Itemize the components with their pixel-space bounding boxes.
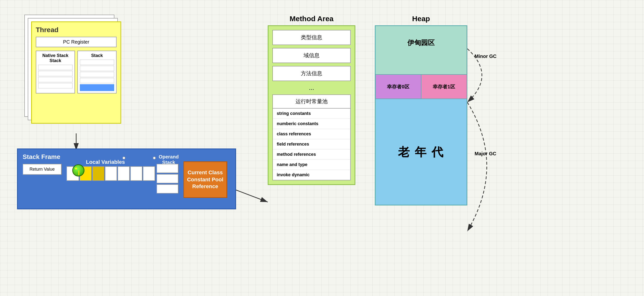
survivor-0: 幸存者0区	[376, 75, 421, 98]
method-area-section: Method Area 类型信息 域信息 方法信息 ... 运行时常量池 str…	[268, 14, 355, 185]
rp-item-0: string constants	[273, 108, 350, 119]
runtime-pool-box: 运行时常量池 string constants numberic constan…	[272, 94, 351, 180]
survivor-row: 幸存者0区 幸存者1区	[376, 75, 466, 99]
stack-frame: Stack Frame Return Value Local Variables…	[17, 148, 236, 209]
native-stack-box: Native StackStack	[36, 51, 75, 94]
survivor-1: 幸存者1区	[421, 75, 466, 98]
runtime-pool-title: 运行时常量池	[273, 95, 350, 108]
minor-gc-label: Minor GC	[474, 54, 496, 59]
field-info: 域信息	[272, 48, 351, 63]
type-info: 类型信息	[272, 30, 351, 45]
rp-item-5: name and type	[273, 160, 350, 170]
method-area-title: Method Area	[268, 14, 355, 23]
eden-area: 伊甸园区	[376, 26, 466, 75]
stack-box: Stack	[78, 51, 116, 94]
ccpr-box: Current Class Constant Pool Reference	[183, 162, 227, 198]
ma-dots: ...	[272, 84, 351, 92]
stack-frame-title: Stack Frame	[23, 153, 60, 161]
local-vars-label: Local Variables	[86, 159, 125, 165]
heap-section: Heap 伊甸园区 幸存者0区 幸存者1区 老 年 代	[375, 14, 467, 206]
rp-item-1: numberic constants	[273, 119, 350, 129]
heap-title: Heap	[375, 14, 467, 23]
thread-title: Thread	[36, 26, 116, 34]
major-gc-label: Major GC	[474, 151, 496, 156]
rp-item-2: class references	[273, 129, 350, 139]
method-area-box: 类型信息 域信息 方法信息 ... 运行时常量池 string constant…	[268, 25, 355, 185]
pc-register: PC Register	[36, 37, 116, 47]
thread-box: Thread PC Register Native StackStack Sta…	[31, 22, 121, 124]
green-circle	[72, 164, 84, 176]
operand-cells	[156, 164, 178, 194]
dot-2	[153, 156, 156, 160]
rp-item-4: method references	[273, 150, 350, 160]
method-info: 方法信息	[272, 66, 351, 81]
heap-box: 伊甸园区 幸存者0区 幸存者1区 老 年 代	[375, 25, 467, 206]
old-gen: 老 年 代	[376, 99, 466, 205]
rp-item-6: invoke dynamic	[273, 170, 350, 180]
rp-item-3: field references	[273, 139, 350, 150]
return-value: Return Value	[23, 164, 62, 175]
